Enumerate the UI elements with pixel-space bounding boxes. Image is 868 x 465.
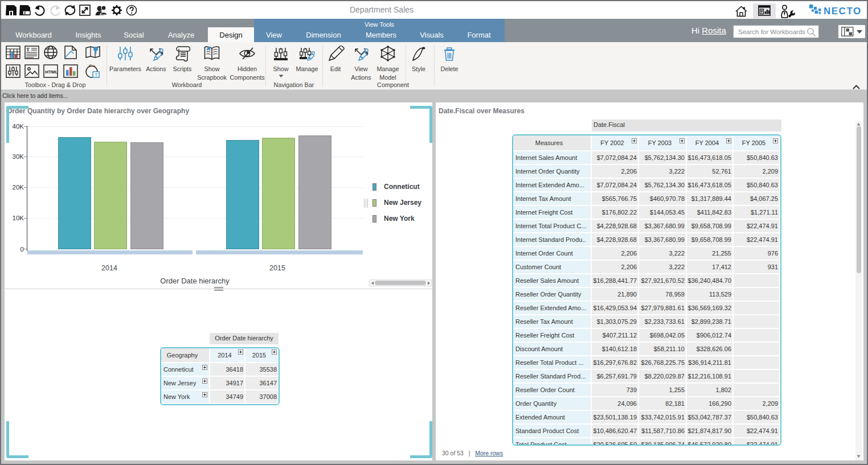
svg-text:T: T [26,47,30,52]
svg-text:T: T [95,72,98,78]
svg-text:HTML: HTML [45,69,58,75]
